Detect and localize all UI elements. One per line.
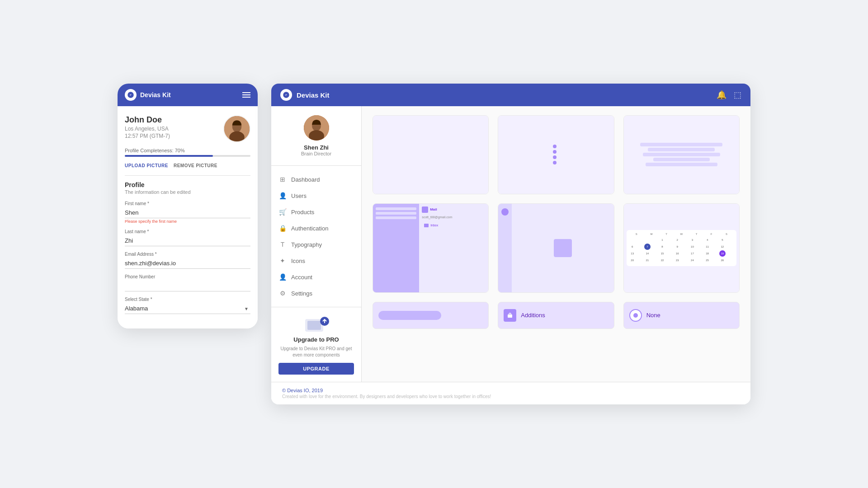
sidebar-item-icons[interactable]: ✦ Icons bbox=[271, 253, 361, 269]
remove-picture-button[interactable]: REMOVE PICTURE bbox=[174, 163, 217, 168]
first-name-input[interactable] bbox=[125, 207, 250, 218]
state-label: Select State * bbox=[125, 297, 250, 302]
drawer-sidebar bbox=[373, 204, 419, 292]
sidebar-nav: ⊞ Dashboard 👤 Users 🛒 Products 🔒 bbox=[271, 166, 361, 307]
upload-picture-button[interactable]: UPLOAD PICTURE bbox=[125, 163, 168, 168]
drawer-text: Mail bbox=[422, 206, 486, 213]
cards-grid: Image lists Image lists display a collec… bbox=[373, 115, 740, 293]
bottom-bar-1 bbox=[378, 311, 441, 320]
users-icon: 👤 bbox=[278, 192, 287, 200]
nav-label-dashboard: Dashboard bbox=[291, 176, 320, 183]
mini-calendar: S M T W T F S bbox=[627, 230, 736, 266]
cal-10: 10 bbox=[689, 244, 695, 250]
phone-field: Phone Number bbox=[125, 274, 250, 291]
bottom-card-1 bbox=[373, 302, 489, 329]
mobile-logo bbox=[125, 89, 137, 101]
cal-s1: S bbox=[629, 233, 644, 235]
avatar bbox=[223, 115, 250, 142]
card-body-pickers: Pickers Date pickers let users select a … bbox=[624, 292, 739, 293]
list-dot-3 bbox=[553, 155, 557, 159]
thumb-pickers: S M T W T F S bbox=[624, 204, 739, 292]
phone-input[interactable] bbox=[125, 281, 250, 291]
form-section-title: Profile bbox=[125, 181, 250, 188]
inbox-text: Inbox bbox=[430, 224, 438, 227]
rail-icon-3 bbox=[501, 228, 509, 235]
sidebar-item-users[interactable]: 👤 Users bbox=[271, 188, 361, 204]
progress-fill bbox=[125, 155, 213, 157]
first-name-label: First name * bbox=[125, 201, 250, 206]
typography-icon: T bbox=[278, 240, 287, 249]
drawer-content: Mail scott_t88@gmail.com Inbox bbox=[419, 204, 488, 292]
menu-item-2 bbox=[648, 148, 715, 151]
sidebar-item-products[interactable]: 🛒 Products bbox=[271, 204, 361, 220]
bottom-card-none: None bbox=[623, 302, 740, 329]
card-body-image-lists: Image lists Image lists display a collec… bbox=[373, 194, 488, 194]
drawer-inbox: Inbox bbox=[422, 222, 486, 229]
cal-w: W bbox=[674, 233, 689, 235]
cal-5: 5 bbox=[719, 237, 726, 243]
profile-header: John Doe Los Angeles, USA 12:57 PM (GTM-… bbox=[125, 115, 250, 142]
sidebar-item-authentication[interactable]: 🔒 Authentication bbox=[271, 220, 361, 236]
bottom-cards-row: Additions None bbox=[373, 302, 740, 329]
nav-label-settings: Settings bbox=[291, 290, 312, 297]
email-input[interactable] bbox=[125, 258, 250, 269]
hamburger-icon[interactable] bbox=[242, 92, 250, 98]
progress-label: Profile Completeness: 70% bbox=[125, 148, 250, 153]
card-body-nav-drawer: Navigation drawer Navigation drawers pro… bbox=[373, 292, 488, 293]
list-item-4 bbox=[553, 161, 559, 164]
dashboard-icon: ⊞ bbox=[278, 175, 287, 183]
phone-label: Phone Number bbox=[125, 274, 250, 279]
account-icon[interactable]: ⬚ bbox=[734, 90, 741, 100]
rail-icon-1 bbox=[501, 208, 509, 216]
sidebar-item-settings[interactable]: ⚙ Settings bbox=[271, 285, 361, 301]
footer-tagline: Created with love for the environment. B… bbox=[282, 394, 740, 399]
svg-rect-9 bbox=[307, 321, 321, 330]
cal-18: 18 bbox=[704, 250, 711, 257]
cal-grid: 1 2 3 4 5 6 7 8 9 10 bbox=[629, 237, 734, 263]
sidebar-upgrade: Upgrade to PRO Upgrade to Devias Kit PRO… bbox=[271, 307, 361, 382]
footer: © Devias IO, 2019 Created with love for … bbox=[271, 382, 750, 404]
form-section-subtitle: The information can be edited bbox=[125, 189, 250, 195]
none-icon-circle bbox=[629, 309, 642, 322]
cal-21: 21 bbox=[644, 257, 651, 263]
cal-m: M bbox=[644, 233, 659, 235]
none-label: None bbox=[646, 312, 660, 319]
icons-nav-icon: ✦ bbox=[278, 257, 287, 265]
footer-copyright: © Devias IO, 2019 bbox=[282, 388, 740, 393]
list-dot-2 bbox=[553, 150, 557, 154]
thumb-menus bbox=[624, 116, 739, 194]
sidebar-item-typography[interactable]: T Typography bbox=[271, 236, 361, 253]
notification-icon[interactable]: 🔔 bbox=[717, 90, 726, 100]
additions-icon-box bbox=[504, 309, 516, 322]
profile-name: John Doe bbox=[125, 115, 170, 125]
sidebar-item-dashboard[interactable]: ⊞ Dashboard bbox=[271, 171, 361, 188]
menu-item-1 bbox=[640, 143, 722, 146]
state-select[interactable]: Alabama Alaska California bbox=[125, 303, 250, 314]
upgrade-button[interactable]: UPGRADE bbox=[278, 363, 354, 375]
thumb-image-lists bbox=[373, 116, 488, 194]
state-select-wrapper: Alabama Alaska California ▼ bbox=[125, 303, 250, 314]
settings-icon: ⚙ bbox=[278, 289, 287, 297]
cal-7-highlighted: 7 bbox=[644, 244, 651, 250]
last-name-input[interactable] bbox=[125, 235, 250, 246]
cal-empty2 bbox=[644, 237, 651, 243]
none-inner-dot bbox=[633, 313, 638, 318]
devias-link[interactable]: © Devias IO, 2019 bbox=[282, 388, 323, 393]
state-field: Select State * Alabama Alaska California… bbox=[125, 297, 250, 314]
cal-1: 1 bbox=[659, 237, 665, 243]
account-nav-icon: 👤 bbox=[278, 273, 287, 281]
cal-9: 9 bbox=[674, 244, 680, 250]
sidebar-item-account[interactable]: 👤 Account bbox=[271, 269, 361, 285]
drawer-item-3 bbox=[376, 216, 416, 219]
cal-6: 6 bbox=[629, 244, 636, 250]
cal-f: F bbox=[704, 233, 719, 235]
menu-item-4 bbox=[653, 158, 710, 161]
cal-3: 3 bbox=[689, 237, 695, 243]
profile-info: John Doe Los Angeles, USA 12:57 PM (GTM-… bbox=[125, 115, 170, 139]
card-nav-drawer: Mail scott_t88@gmail.com Inbox bbox=[373, 203, 489, 293]
cal-t2: T bbox=[689, 233, 703, 235]
thumb-lists bbox=[498, 116, 613, 194]
first-name-field: First name * Please specify the first na… bbox=[125, 201, 250, 224]
auth-icon: 🔒 bbox=[278, 224, 287, 232]
rail-content bbox=[512, 204, 613, 292]
